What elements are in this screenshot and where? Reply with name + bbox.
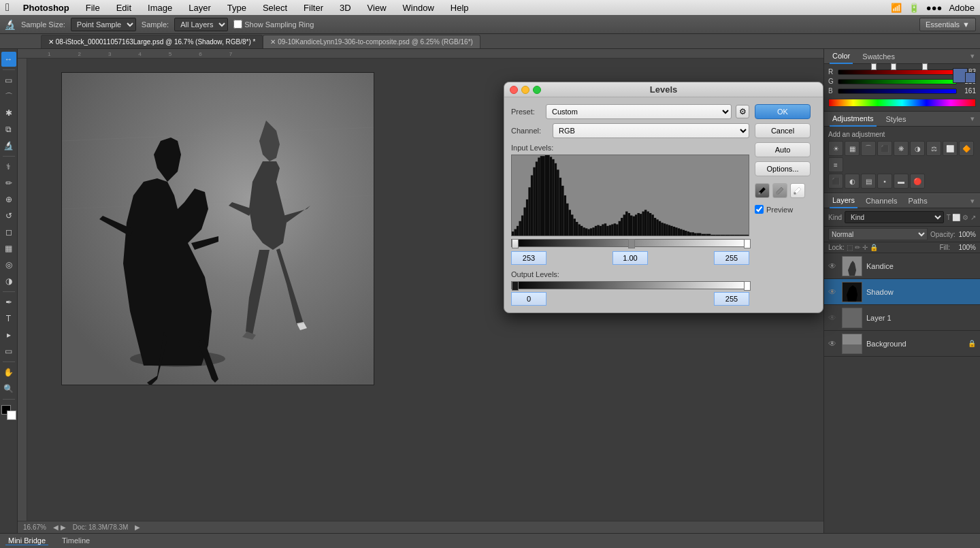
- hand-tool[interactable]: ✋: [1, 365, 16, 380]
- menu-file[interactable]: File: [83, 3, 103, 13]
- r-handle[interactable]: [871, 63, 877, 70]
- r-slider[interactable]: [838, 69, 957, 75]
- threshold-adj-icon[interactable]: ▪: [877, 174, 892, 189]
- cancel-button[interactable]: Cancel: [755, 123, 811, 138]
- lock-paint-icon[interactable]: ✏: [855, 244, 860, 251]
- clone-tool[interactable]: ⊕: [1, 192, 16, 207]
- input-midtone-value[interactable]: [612, 251, 648, 265]
- brightness-adj-icon[interactable]: ☀: [828, 141, 843, 156]
- menu-filter[interactable]: Filter: [301, 3, 326, 13]
- layer-bg-eye[interactable]: 👁: [828, 339, 838, 349]
- ok-button[interactable]: OK: [755, 104, 811, 119]
- hue-sat-adj-icon[interactable]: ◑: [910, 141, 925, 156]
- sample-size-select[interactable]: Point Sample: [71, 18, 136, 31]
- output-white-handle[interactable]: [744, 281, 751, 291]
- blur-tool[interactable]: ◎: [1, 257, 16, 272]
- preview-checkbox[interactable]: [755, 205, 764, 214]
- blend-mode-select[interactable]: Normal: [828, 228, 928, 240]
- gradient-tool[interactable]: ▦: [1, 241, 16, 256]
- show-sampling-ring-label[interactable]: Show Sampling Ring: [233, 20, 314, 29]
- menu-view[interactable]: View: [365, 3, 389, 13]
- color-preview-area[interactable]: [953, 68, 976, 83]
- preset-select[interactable]: Custom: [546, 104, 732, 119]
- input-mid-handle[interactable]: [628, 239, 635, 248]
- styles-tab[interactable]: Styles: [883, 112, 909, 127]
- filter-icons[interactable]: T ⬜ ⚙ ↗: [947, 214, 976, 221]
- layers-tab[interactable]: Layers: [830, 193, 858, 208]
- bw-adj-icon[interactable]: ⬜: [943, 141, 958, 156]
- adj-panel-collapse[interactable]: ▾: [970, 114, 975, 123]
- menu-window[interactable]: Window: [400, 3, 437, 13]
- curves-adj-icon[interactable]: ⌒: [861, 141, 876, 156]
- healing-tool[interactable]: ⚕: [1, 159, 16, 174]
- move-tool[interactable]: ↔: [1, 52, 16, 67]
- path-select-tool[interactable]: ▸: [1, 327, 16, 342]
- output-slider-track[interactable]: [511, 281, 749, 289]
- menu-layer[interactable]: Layer: [186, 3, 214, 13]
- panel-collapse-icon[interactable]: ▾: [970, 52, 975, 61]
- zoom-tool[interactable]: 🔍: [1, 381, 16, 396]
- spectrum-bar[interactable]: [828, 99, 976, 107]
- g-slider[interactable]: [838, 79, 957, 84]
- layer-background[interactable]: 👁 Background 🔒: [824, 331, 980, 357]
- apple-menu[interactable]: : [5, 1, 10, 14]
- quick-select-tool[interactable]: ✱: [1, 106, 16, 120]
- lock-transparent-icon[interactable]: ⬚: [847, 244, 853, 251]
- menu-help[interactable]: Help: [448, 3, 472, 13]
- exposure-adj-icon[interactable]: ⬛: [877, 141, 892, 156]
- b-slider[interactable]: [838, 88, 957, 94]
- brush-tool[interactable]: ✏: [1, 176, 16, 191]
- grey-eyedropper-btn[interactable]: [772, 183, 787, 198]
- menu-image[interactable]: Image: [145, 3, 175, 13]
- color-swatches[interactable]: [1, 405, 16, 420]
- channel-mixer-adj-icon[interactable]: ≡: [828, 157, 843, 172]
- options-button[interactable]: Options...: [755, 161, 811, 176]
- layer-kandice[interactable]: 👁 Kandice: [824, 253, 980, 279]
- adjustments-tab[interactable]: Adjustments: [830, 112, 877, 127]
- mini-bridge-tab[interactable]: Mini Bridge: [5, 536, 48, 545]
- marquee-tool[interactable]: ▭: [1, 73, 16, 88]
- lock-all-icon[interactable]: 🔒: [870, 244, 878, 251]
- history-brush[interactable]: ↺: [1, 208, 16, 223]
- layer-shadow-eye[interactable]: 👁: [828, 287, 838, 297]
- input-white-handle[interactable]: [744, 239, 751, 248]
- photo-filter-adj-icon[interactable]: 🔶: [959, 141, 974, 156]
- canvas-image[interactable]: [61, 72, 374, 385]
- show-sampling-ring-checkbox[interactable]: [233, 20, 242, 29]
- nav-arrows[interactable]: ◀ ▶: [53, 523, 66, 531]
- background-color[interactable]: [7, 410, 16, 420]
- input-slider-track[interactable]: [511, 239, 749, 247]
- close-traffic-light[interactable]: [510, 86, 518, 94]
- play-btn[interactable]: ▶: [135, 523, 140, 531]
- posterize-adj-icon[interactable]: ▤: [861, 174, 876, 189]
- color-tab[interactable]: Color: [830, 49, 853, 64]
- dodge-tool[interactable]: ◑: [1, 274, 16, 289]
- vibrance-adj-icon[interactable]: ❋: [894, 141, 909, 156]
- levels-adj-icon[interactable]: ▦: [845, 141, 860, 156]
- menu-type[interactable]: Type: [225, 3, 249, 13]
- gradient-map-adj-icon[interactable]: ▬: [894, 174, 909, 189]
- preset-gear-button[interactable]: ⚙: [736, 105, 749, 118]
- layer-1[interactable]: 👁 Layer 1: [824, 305, 980, 331]
- output-shadow-value[interactable]: [511, 292, 546, 306]
- white-eyedropper-btn[interactable]: [790, 183, 805, 198]
- input-black-handle[interactable]: [512, 239, 519, 248]
- lock-move-icon[interactable]: ✛: [862, 244, 868, 251]
- layer-shadow[interactable]: 👁 Shadow: [824, 279, 980, 305]
- tab-1[interactable]: ✕ 08-iStock_000011057163Large.psd @ 16.7…: [41, 35, 263, 48]
- lasso-tool[interactable]: ⌒: [1, 89, 16, 104]
- layer-kind-select[interactable]: Kind: [845, 211, 944, 223]
- output-highlight-value[interactable]: [714, 292, 749, 306]
- invert-adj-icon[interactable]: ◐: [845, 174, 860, 189]
- layer-1-eye[interactable]: 👁: [828, 313, 838, 323]
- menu-edit[interactable]: Edit: [114, 3, 134, 13]
- b-handle[interactable]: [922, 63, 928, 70]
- tab-2[interactable]: ✕ 09-10KandiceLynn19-306-to-composite.ps…: [263, 35, 480, 48]
- menu-3d[interactable]: 3D: [337, 3, 354, 13]
- color-lookup-adj-icon[interactable]: ⬛: [828, 174, 843, 189]
- layers-panel-collapse[interactable]: ▾: [970, 197, 975, 206]
- eyedropper-tool[interactable]: 🔬: [1, 138, 16, 153]
- eyedropper-tool-icon[interactable]: 🔬: [4, 19, 16, 30]
- paths-tab[interactable]: Paths: [906, 193, 930, 208]
- black-eyedropper-btn[interactable]: [755, 183, 770, 198]
